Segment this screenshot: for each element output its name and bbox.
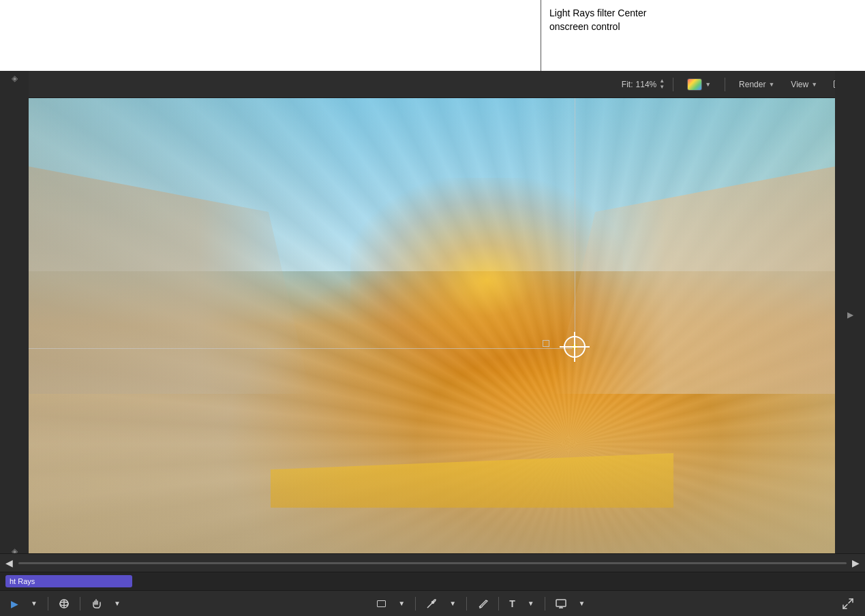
view-chevron-icon: ▼ [811,81,817,88]
pen-options-button[interactable]: ▼ [445,598,460,609]
top-toolbar: Fit: 114% ▲ ▼ ▼ Render ▼ View ▼ ▲ ▼ [0,71,865,98]
crosshair-circle [564,336,586,358]
monitor-icon [556,598,566,609]
composite-options-button[interactable]: ▼ [575,598,590,609]
text-tool-button[interactable]: T [505,596,519,611]
timeline-clip[interactable]: ht Rays [5,575,132,587]
annotation-text: Light Rays filter Center onscreen contro… [549,7,646,33]
text-chevron-icon: ▼ [528,600,534,607]
canvas-background [29,98,835,553]
scrubber-bar[interactable]: ◀ ▶ [0,553,865,572]
render-chevron-icon: ▼ [768,81,774,88]
fit-stepper[interactable]: ▲ ▼ [659,78,665,90]
timeline-area: ht Rays [0,572,865,590]
svg-line-8 [849,599,853,603]
fit-label: Fit: [622,80,633,89]
composite-tool-button[interactable] [551,596,571,611]
text-icon: T [509,598,515,609]
separator-2 [725,78,725,91]
shape-options-button[interactable]: ▼ [394,598,409,609]
viewer-canvas [29,98,835,553]
render-button[interactable]: Render ▼ [733,78,780,91]
brush-icon [477,598,488,609]
divider-4 [466,597,467,611]
play-button[interactable]: ▶ [7,596,22,611]
play-chevron-icon: ▼ [31,600,37,607]
scrubber-right-arrow[interactable]: ▶ [852,557,860,568]
render-label: Render [739,80,765,89]
divider-5 [498,597,499,611]
divider-3 [415,597,416,611]
annotation-area: Light Rays filter Center onscreen contro… [0,0,865,71]
left-edge-panel: ◈ ◈ [0,71,29,559]
divider-1 [48,597,48,611]
svg-line-9 [843,604,847,609]
timeline-clip-label: ht Rays [10,577,35,585]
corner-handle [543,340,549,347]
color-chevron-icon: ▼ [705,81,711,88]
crosshair-line-horizontal [560,346,590,348]
color-lookup-button[interactable]: ▼ [682,76,716,93]
light-rays-center-control[interactable] [558,330,592,364]
bottom-right-tools [838,596,858,612]
color-swatch [687,78,702,91]
view-button[interactable]: View ▼ [785,78,823,91]
right-edge-panel: ▶ [835,71,865,559]
hand-tool-button[interactable] [87,596,106,611]
blur-effect [29,98,835,553]
hand-icon [91,598,102,609]
bottom-toolbar: ▶ ▼ ▼ ▼ [0,590,865,616]
left-edge-top-icon: ◈ [12,74,18,83]
transform-tool-button[interactable] [55,596,74,611]
fullscreen-button[interactable] [838,596,858,612]
view-label: View [791,80,808,89]
composite-chevron-icon: ▼ [579,600,586,607]
shape-chevron-icon: ▼ [398,600,405,607]
scrubber-left-arrow[interactable]: ◀ [5,557,13,568]
fit-value[interactable]: 114% [636,80,657,89]
scrubber-track[interactable] [18,562,847,564]
hand-chevron-icon: ▼ [114,600,121,607]
annotation-line [541,0,541,71]
paint-tool-button[interactable] [473,596,492,611]
play-icon: ▶ [11,598,18,609]
pen-tool-button[interactable] [422,596,441,611]
play-options-button[interactable]: ▼ [27,598,42,609]
pen-chevron-icon: ▼ [449,600,456,607]
right-edge-icon: ▶ [847,310,853,320]
svg-point-3 [432,601,434,603]
bottom-left-tools: ▶ ▼ ▼ [7,596,125,611]
orbit-icon [59,598,70,609]
text-options-button[interactable]: ▼ [523,598,538,609]
svg-rect-5 [556,600,566,606]
divider-6 [545,597,545,611]
separator-1 [673,78,673,91]
fit-control: Fit: 114% ▲ ▼ [622,78,665,90]
hand-tool-options-button[interactable]: ▼ [110,598,125,609]
expand-icon [842,598,854,610]
bottom-center-tools: ▼ ▼ T ▼ [373,596,589,611]
divider-2 [80,597,80,611]
shape-tool-button[interactable] [373,598,390,609]
shape-icon [377,600,386,607]
pen-icon [426,598,437,609]
